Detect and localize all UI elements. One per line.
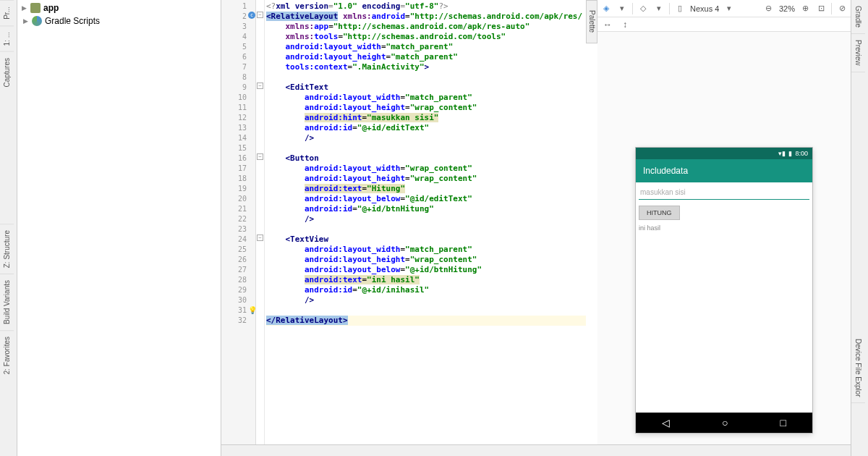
chevron-right-icon: ▶ [23,17,29,25]
folder-icon [30,3,41,13]
zoom-out-icon[interactable]: ⊖ [763,3,775,14]
layers-icon[interactable]: ◈ [600,3,612,14]
left-tab-build-variants[interactable]: Build Variants [0,274,14,330]
status-time: 8:00 [795,150,808,157]
code-editor[interactable]: 12c3456789101112131415161718192021222324… [221,0,586,444]
project-panel: ▶ app ▶ Gradle Scripts [17,0,221,456]
device-selector[interactable]: Nexus 4 [690,4,719,13]
recents-icon[interactable]: □ [780,417,786,428]
design-canvas[interactable]: ▾▮ ▮ 8:00 Includedata masukkan sisi HITU… [597,32,851,444]
fold-column: −−−− [256,0,265,444]
chevron-down-icon[interactable]: ▾ [653,3,665,14]
design-toolbar: ◈ ▾ ◇ ▾ ▯ Nexus 4 ▾ ⊖ 32% ⊕ ⊡ ⊘ [597,0,851,17]
left-tool-tabs: Pr... 1: ... Captures Z: Structure Build… [0,0,17,456]
app-body: masukkan sisi HITUNG ini hasil [636,182,812,235]
zoom-in-icon[interactable]: ⊕ [799,3,811,14]
app-title: Includedata [643,166,688,176]
battery-icon: ▮ [788,150,792,157]
warning-icon[interactable]: ⊘ [836,3,848,14]
pan-horizontal-icon[interactable]: ↔ [602,19,613,30]
right-tab-preview[interactable]: Preview [851,34,865,72]
device-icon[interactable]: ▯ [674,3,686,14]
left-tab-structure[interactable]: Z: Structure [0,224,14,274]
back-icon[interactable]: ◁ [662,417,670,428]
zoom-level: 32% [779,4,795,13]
design-toolbar-2: ↔ ↕ [597,17,851,32]
pan-vertical-icon[interactable]: ↕ [619,19,631,30]
app-bar: Includedata [636,159,812,182]
chevron-right-icon: ▶ [22,4,27,12]
textview-preview: ini hasil [639,224,809,232]
tree-item-gradle-scripts[interactable]: ▶ Gradle Scripts [22,14,216,28]
chevron-down-icon[interactable]: ▾ [723,3,735,14]
chevron-down-icon[interactable]: ▾ [616,3,628,14]
right-tool-tabs: Gradle Preview Device File Explor [851,0,868,456]
wifi-icon: ▾▮ [778,150,786,157]
device-preview[interactable]: ▾▮ ▮ 8:00 Includedata masukkan sisi HITU… [636,148,812,433]
gradle-icon [32,16,42,26]
design-panel: ◈ ▾ ◇ ▾ ▯ Nexus 4 ▾ ⊖ 32% ⊕ ⊡ ⊘ ↔ ↕ ▾▮ ▮… [597,0,851,444]
edit-text-preview[interactable]: masukkan sisi [639,185,809,200]
zoom-fit-icon[interactable]: ⊡ [815,3,827,14]
right-tab-device-file-explorer[interactable]: Device File Explor [851,333,865,404]
palette-tab[interactable]: Palette [586,0,597,43]
left-tab-1[interactable]: 1: ... [0,25,14,51]
code-area[interactable]: <?xml version="1.0" encoding="utf-8"?><R… [256,0,586,444]
left-tab-favorites[interactable]: 2: Favorites [0,330,14,380]
home-icon[interactable]: ○ [722,417,728,428]
navigation-bar: ◁ ○ □ [636,413,812,433]
tree-label: Gradle Scripts [45,16,100,26]
right-tab-gradle[interactable]: Gradle [851,0,865,34]
bottom-bar [221,444,851,456]
button-preview[interactable]: HITUNG [639,206,680,220]
status-bar: ▾▮ ▮ 8:00 [636,148,812,159]
tree-label: app [43,3,59,13]
gutter: 12c3456789101112131415161718192021222324… [221,0,256,444]
left-tab-project[interactable]: Pr... [0,0,14,25]
orientation-icon[interactable]: ◇ [637,3,649,14]
tree-item-app[interactable]: ▶ app [22,1,216,14]
left-tab-captures[interactable]: Captures [0,51,14,93]
